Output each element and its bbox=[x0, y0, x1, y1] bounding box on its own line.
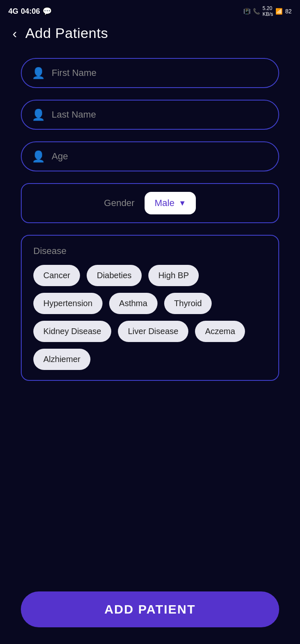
wifi-icon: 📶 bbox=[275, 8, 282, 15]
disease-tag[interactable]: Cancer bbox=[33, 265, 80, 286]
network-indicator: 4G bbox=[8, 7, 18, 16]
gender-label: Gender bbox=[104, 198, 135, 209]
battery-display: 82 bbox=[285, 8, 292, 15]
vibrate-icon: 📳 bbox=[243, 8, 250, 15]
header: ‹ Add Patients bbox=[0, 21, 300, 50]
call-icon: 📞 bbox=[253, 8, 260, 15]
chevron-down-icon: ▼ bbox=[179, 199, 186, 208]
last-name-input[interactable] bbox=[52, 109, 268, 120]
status-right: 📳 📞 5.20KB/s 📶 82 bbox=[243, 5, 292, 17]
disease-tag[interactable]: Thyroid bbox=[164, 293, 212, 314]
whatsapp-icon: 💬 bbox=[42, 7, 52, 16]
page-title: Add Patients bbox=[25, 25, 108, 41]
disease-tag[interactable]: Kidney Disease bbox=[33, 321, 111, 342]
disease-tag[interactable]: Asthma bbox=[109, 293, 158, 314]
add-patient-button[interactable]: ADD PATIENT bbox=[21, 591, 279, 627]
gender-dropdown[interactable]: Male ▼ bbox=[145, 192, 196, 214]
status-bar: 4G 04:06 💬 📳 📞 5.20KB/s 📶 82 bbox=[0, 0, 300, 21]
age-input[interactable] bbox=[52, 151, 268, 162]
disease-field: Disease CancerDiabetiesHigh BPHypertensi… bbox=[21, 235, 279, 381]
time-display: 04:06 bbox=[21, 7, 40, 16]
disease-tag[interactable]: Diabeties bbox=[87, 265, 141, 286]
back-button[interactable]: ‹ bbox=[12, 27, 17, 40]
gender-value: Male bbox=[155, 198, 175, 209]
network-speed: 5.20KB/s bbox=[262, 5, 273, 17]
last-name-icon: 👤 bbox=[32, 108, 45, 121]
disease-tag[interactable]: Liver Disease bbox=[118, 321, 188, 342]
last-name-field: 👤 bbox=[21, 100, 279, 130]
age-field: 👤 bbox=[21, 141, 279, 171]
disease-label: Disease bbox=[33, 246, 267, 257]
disease-tags-container: CancerDiabetiesHigh BPHypertensionAsthma… bbox=[33, 265, 267, 370]
disease-tag[interactable]: High BP bbox=[148, 265, 199, 286]
form-container: 👤 👤 👤 Gender Male ▼ Disease CancerDiabet… bbox=[0, 50, 300, 389]
first-name-input[interactable] bbox=[52, 68, 268, 78]
disease-tag[interactable]: Alzhiemer bbox=[33, 349, 90, 370]
gender-field: Gender Male ▼ bbox=[21, 183, 279, 223]
disease-tag[interactable]: Hypertension bbox=[33, 293, 102, 314]
status-left: 4G 04:06 💬 bbox=[8, 7, 52, 16]
age-icon: 👤 bbox=[32, 150, 45, 163]
disease-tag[interactable]: Aczema bbox=[195, 321, 245, 342]
first-name-icon: 👤 bbox=[32, 67, 45, 80]
first-name-field: 👤 bbox=[21, 58, 279, 88]
